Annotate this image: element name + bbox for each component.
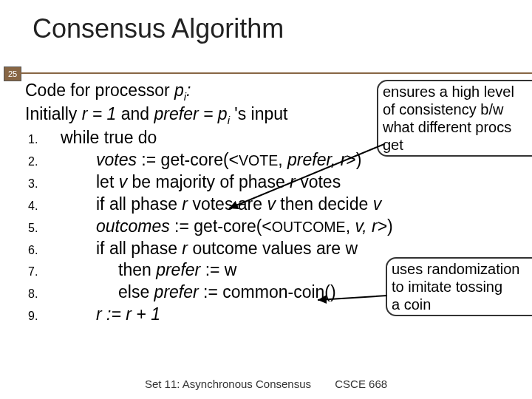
slide-title: Consensus Algorithm: [0, 0, 532, 52]
footer-right: CSCE 668: [335, 378, 387, 390]
callout-consistency: ensures a high level of consistency b/w …: [377, 80, 532, 157]
page-number: 25: [4, 66, 21, 81]
slide-footer: Set 11: Asynchronous Consensus CSCE 668: [0, 378, 532, 390]
step-4: 4. if all phase r votes are v then decid…: [25, 194, 532, 216]
callout-randomization: uses randomization to imitate tossing a …: [386, 257, 532, 316]
step-5: 5. outcomes := get-core(<OUTCOME, v, r>): [25, 216, 532, 238]
step-3: 3. let v be majority of phase r votes: [25, 171, 532, 194]
step-6: 6. if all phase r outcome values are w: [25, 238, 532, 260]
title-divider: [21, 72, 532, 74]
footer-left: Set 11: Asynchronous Consensus: [145, 378, 311, 390]
